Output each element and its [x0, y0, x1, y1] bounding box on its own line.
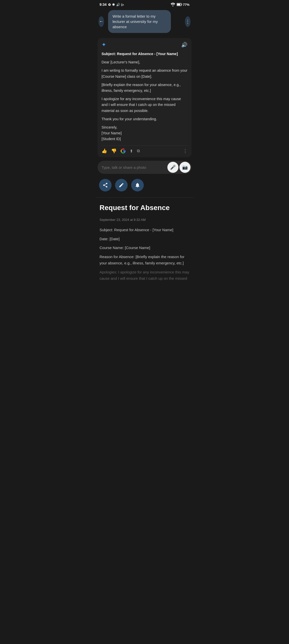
app-bar: ← Write a formal letter to my lecturer a…: [95, 8, 194, 35]
app-icon-4: ▷: [121, 3, 124, 7]
like-button[interactable]: 👍: [102, 148, 107, 154]
svg-rect-2: [177, 4, 180, 6]
status-time: 9:34 ✿ ❋ 🔊 ▷: [100, 3, 124, 7]
input-container: 🎤 📷: [98, 161, 191, 174]
input-actions: 🎤 📷: [167, 162, 190, 173]
ai-closing-1: Sincerely,: [102, 125, 117, 129]
status-app-icons: ✿ ❋ 🔊 ▷: [108, 3, 124, 7]
user-message-bubble: Write a formal letter to my lecturer at …: [108, 10, 171, 33]
share-button[interactable]: ⬆: [130, 149, 133, 153]
share-fab[interactable]: [99, 179, 112, 191]
action-bar: 👍 👎 ⬆ ⧉ ⋮: [102, 145, 187, 154]
ai-star-icon: ✦: [102, 42, 106, 48]
ai-paragraph-intro: I am writing to formally request an abse…: [102, 68, 187, 79]
edit-fab[interactable]: [115, 179, 128, 191]
ai-paragraph-thanks: Thank you for your understanding.: [102, 116, 187, 122]
document-timestamp: September 23, 2024 at 9:32 AM: [100, 218, 189, 222]
ai-speaker-icon[interactable]: 🔊: [181, 42, 187, 48]
doc-apology-partial: Apologies: I apologize for any inconveni…: [100, 269, 189, 282]
edit-fab-icon: [119, 182, 124, 188]
ai-response-container: ✦ 🔊 Subject: Request for Absence - [Your…: [98, 38, 191, 157]
svg-point-0: [172, 6, 173, 6]
mic-button[interactable]: 🎤: [167, 162, 178, 173]
status-indicators: 77%: [171, 3, 189, 7]
bell-fab[interactable]: [131, 179, 144, 191]
status-bar: 9:34 ✿ ❋ 🔊 ▷ 77%: [95, 0, 194, 8]
share-fab-icon: [103, 182, 108, 188]
doc-reason-line: Reason for Absence: [Briefly explain the…: [100, 254, 189, 266]
doc-subject-line: Subject: Request for Absence - [Your Nam…: [100, 227, 189, 233]
document-section: Request for Absence September 23, 2024 a…: [95, 199, 194, 289]
camera-button[interactable]: 📷: [179, 162, 190, 173]
ai-subject-line: Subject: Request for Absence - [Your Nam…: [102, 51, 187, 57]
app-icon-1: ✿: [108, 3, 111, 7]
back-button[interactable]: ←: [99, 16, 104, 27]
app-icon-2: ❋: [112, 3, 115, 7]
dislike-button[interactable]: 👎: [111, 148, 117, 154]
google-search-button[interactable]: [121, 148, 126, 153]
ai-response-header: ✦ 🔊: [102, 42, 187, 48]
ai-response-text: Subject: Request for Absence - [Your Nam…: [102, 51, 187, 142]
doc-course-name: Course Name: [Course Name]: [100, 245, 189, 251]
document-body: Subject: Request for Absence - [Your Nam…: [100, 227, 189, 282]
ai-paragraph-salutation: Dear [Lecturer's Name],: [102, 59, 187, 65]
camera-icon: 📷: [182, 165, 188, 170]
mic-icon: 🎤: [170, 165, 176, 170]
response-more-button[interactable]: ⋮: [183, 148, 187, 154]
chat-input[interactable]: [102, 163, 165, 172]
ai-paragraph-reason: [Briefly explain the reason for your abs…: [102, 82, 187, 94]
google-icon: [121, 148, 126, 153]
fab-row: [95, 177, 194, 196]
header-more-button[interactable]: ⋮: [185, 16, 190, 27]
section-divider: [95, 197, 194, 198]
document-title: Request for Absence: [100, 204, 189, 212]
ai-closing: Sincerely, [Your Name] [Student ID]: [102, 125, 187, 142]
doc-date-line: Date: [Date]: [100, 236, 189, 242]
app-icon-3: 🔊: [116, 3, 120, 7]
ai-closing-3: [Student ID]: [102, 137, 121, 141]
copy-button[interactable]: ⧉: [137, 149, 140, 153]
time-display: 9:34: [100, 3, 107, 7]
svg-rect-3: [181, 4, 182, 5]
user-message-text: Write a formal letter to my lecturer at …: [113, 14, 158, 29]
ai-closing-2: [Your Name]: [102, 131, 122, 135]
battery-display: 77%: [177, 3, 189, 7]
battery-icon: [177, 3, 182, 6]
wifi-icon: [171, 3, 175, 6]
ai-paragraph-apology: I apologize for any inconvenience this m…: [102, 96, 187, 114]
bell-fab-icon: [135, 182, 140, 188]
